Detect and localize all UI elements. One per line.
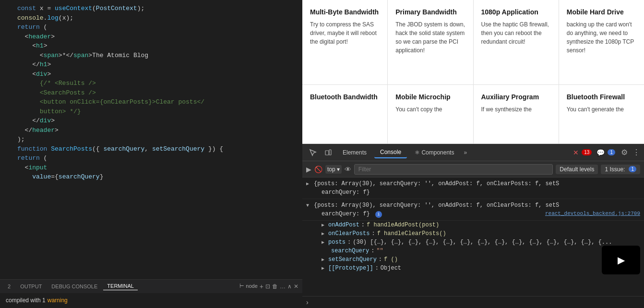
line-number — [4, 70, 17, 79]
play-button[interactable]: ▶ — [306, 166, 311, 173]
eye-button[interactable]: 👁 — [345, 166, 351, 173]
tab-debug-console[interactable]: DEBUG CONSOLE — [48, 283, 101, 290]
card-body: The JBOD system is down, hack the solid … — [395, 20, 465, 55]
levels-button[interactable]: Default levels — [556, 165, 598, 174]
prop-line-on-clear-posts[interactable]: ▶ onClearPosts : f handleClearPosts() — [302, 229, 644, 238]
code-line: ); — [0, 135, 302, 144]
card-bluetooth-bandwidth: Bluetooth Bandwidth — [302, 85, 387, 143]
tab-console[interactable]: Console — [374, 147, 407, 158]
card-multi-byte-bandwidth: Multi-Byte Bandwidth Try to compress the… — [302, 0, 387, 84]
card-mobile-microchip: Mobile Microchip You can't copy the — [388, 85, 473, 143]
web-preview: Multi-Byte Bandwidth Try to compress the… — [302, 0, 644, 144]
issue-label: 1 Issue: — [605, 166, 625, 173]
node-icon: ⊢ node — [239, 283, 258, 289]
compiled-text: compiled with 1 — [6, 297, 46, 304]
console-entry[interactable]: ▶ {posts: Array(30), searchQuery: '', on… — [302, 178, 644, 199]
block-button[interactable]: 🚫 — [314, 166, 322, 173]
filter-input[interactable] — [354, 164, 553, 175]
prop-arrow[interactable]: ▶ — [322, 231, 324, 237]
video-overlay[interactable]: ▶ — [602, 246, 640, 274]
more-options-icon[interactable]: ⋮ — [632, 148, 640, 157]
add-terminal-icon[interactable]: + — [260, 283, 263, 290]
inspect-element-icon[interactable] — [306, 146, 320, 159]
line-number — [4, 163, 17, 173]
terminal-content: compiled with 1 warning — [0, 293, 302, 308]
code-line: <input — [0, 163, 302, 173]
context-selector[interactable]: top ▾ — [325, 165, 342, 174]
code-line: </header> — [0, 126, 302, 135]
prop-arrow[interactable]: ▶ — [322, 222, 324, 228]
tab-output[interactable]: OUTPUT — [16, 283, 46, 290]
expand-arrow[interactable]: ▼ — [306, 202, 309, 209]
split-terminal-icon[interactable]: ⊡ — [265, 283, 270, 290]
card-body: Use the haptic GB firewall, then you can… — [481, 20, 551, 46]
warning-count: 1 — [608, 149, 615, 155]
prop-line-posts[interactable]: ▶ posts : (30) [{…}, {…}, {…}, {…}, {…},… — [302, 238, 644, 247]
code-line: <span>*</span>The Atomic Blog — [0, 51, 302, 60]
code-line: <div> — [0, 70, 302, 79]
settings-icon[interactable]: ⚙ — [621, 148, 628, 157]
line-number — [4, 172, 17, 182]
prop-value: (30) [{…}, {…}, {…}, {…}, {…}, {…}, {…},… — [353, 239, 612, 246]
card-title: Mobile Microchip — [395, 93, 465, 101]
delete-terminal-icon[interactable]: 🗑 — [272, 283, 278, 290]
console-text-continued: earchQuery: f} — [314, 189, 370, 196]
console-prompt[interactable]: › — [302, 296, 644, 308]
code-line: {/* <Results /> — [0, 79, 302, 88]
code-line: button> */} — [0, 107, 302, 117]
prop-line-search-query[interactable]: searchQuery : "" — [302, 247, 644, 255]
svg-rect-0 — [325, 151, 329, 155]
card-title: Multi-Byte Bandwidth — [310, 8, 380, 16]
warning-label: warning — [48, 297, 68, 304]
prop-key: [[Prototype]] — [328, 265, 373, 272]
tab-components[interactable]: ⚛ Components — [409, 147, 460, 158]
more-terminal-icon[interactable]: … — [280, 283, 286, 290]
card-title: Mobile Hard Drive — [567, 8, 636, 16]
code-line: <SearchPosts /> — [0, 88, 302, 98]
prop-value: f () — [384, 256, 398, 263]
expand-arrow[interactable]: ▶ — [306, 180, 309, 188]
card-mobile-hard-drive: Mobile Hard Drive backing up the card wo… — [559, 0, 644, 84]
line-number — [4, 41, 17, 51]
source-link[interactable]: react_devtools_backend.js:2709 — [545, 210, 640, 218]
more-tabs-button[interactable]: » — [462, 149, 469, 156]
line-number — [4, 60, 17, 70]
info-icon: i — [375, 211, 382, 218]
line-number — [4, 79, 17, 88]
prop-line-prototype[interactable]: ▶ [[Prototype]] : Object — [302, 264, 644, 272]
terminal-tabs: 2 OUTPUT DEBUG CONSOLE TERMINAL ⊢ node +… — [0, 280, 302, 293]
code-line: console.log(x); — [0, 13, 302, 23]
code-line: const x = useContext(PostContext); — [0, 4, 302, 13]
prop-value: Object — [381, 265, 401, 272]
prop-arrow[interactable]: ▶ — [322, 257, 324, 262]
prop-value: "" — [376, 248, 383, 254]
tab-elements[interactable]: Elements — [337, 147, 372, 158]
close-terminal-icon[interactable]: ✕ — [294, 283, 298, 290]
tab-number[interactable]: 2 — [4, 283, 14, 290]
console-entry-expanded[interactable]: ▼ {posts: Array(30), searchQuery: '', on… — [302, 199, 644, 221]
prop-arrow[interactable]: ▶ — [322, 265, 324, 271]
prop-line-set-search-query[interactable]: ▶ setSearchQuery : f () — [302, 255, 644, 264]
right-panel: Multi-Byte Bandwidth Try to compress the… — [302, 0, 644, 308]
device-toggle-icon[interactable] — [322, 146, 335, 159]
console-output[interactable]: ▶ {posts: Array(30), searchQuery: '', on… — [302, 178, 644, 296]
card-body: If we synthesize the — [481, 105, 551, 114]
maximize-icon[interactable]: ∧ — [287, 283, 292, 290]
prop-line-on-add-post[interactable]: ▶ onAddPost : f handleAddPost(post) — [302, 221, 644, 229]
card-body: backing up the card won't do anything, w… — [567, 20, 636, 55]
code-area[interactable]: const x = useContext(PostContext); conso… — [0, 0, 302, 279]
tab-terminal[interactable]: TERMINAL — [103, 282, 138, 290]
console-toolbar: ▶ 🚫 top ▾ 👁 Default levels 1 Issue: 1 — [302, 161, 644, 178]
error-count: 13 — [582, 149, 592, 155]
line-number — [4, 32, 17, 42]
card-title: Auxiliary Program — [481, 93, 551, 101]
prop-arrow[interactable]: ▶ — [322, 239, 324, 245]
play-overlay-icon[interactable]: ▶ — [618, 254, 625, 266]
code-line: </h1> — [0, 60, 302, 70]
prop-value: f handleAddPost(post) — [367, 222, 439, 228]
issue-button[interactable]: 1 Issue: 1 — [601, 165, 640, 174]
card-primary-bandwidth: Primary Bandwidth The JBOD system is dow… — [388, 0, 473, 84]
card-title: Primary Bandwidth — [395, 8, 465, 16]
card-title: Bluetooth Bandwidth — [310, 93, 380, 101]
line-number — [4, 97, 17, 107]
